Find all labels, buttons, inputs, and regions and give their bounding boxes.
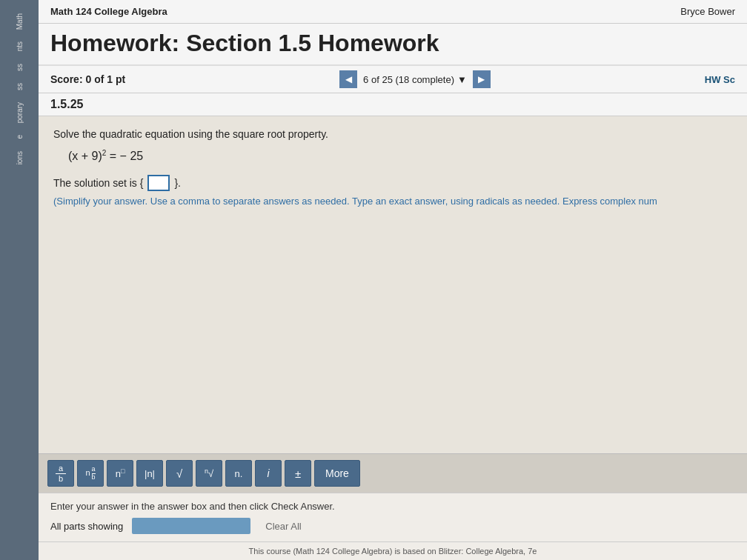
page-title: Homework: Section 1.5 Homework: [50, 30, 735, 57]
plus-minus-icon: ±: [295, 467, 301, 480]
decimal-icon: n.: [235, 468, 243, 479]
nav-text: 6 of 25 (18 complete): [363, 74, 454, 85]
sqrt-icon: √: [176, 467, 182, 480]
abs-value-icon: |n|: [145, 468, 155, 479]
footer-text: This course (Math 124 College Algebra) i…: [249, 547, 537, 556]
sidebar-item-ss2[interactable]: ss: [16, 77, 24, 96]
answer-input-box[interactable]: [147, 175, 170, 191]
page-title-bar: Homework: Section 1.5 Homework: [39, 24, 747, 66]
course-title: Math 124 College Algebra: [50, 6, 167, 17]
footer: This course (Math 124 College Algebra) i…: [39, 541, 747, 560]
decimal-button[interactable]: n.: [225, 460, 252, 487]
fraction-button[interactable]: a b: [47, 460, 74, 487]
solution-line: The solution set is { }.: [53, 175, 732, 191]
mixed-fraction-button[interactable]: n a b: [77, 460, 104, 487]
problem-equation: (x + 9)2 = − 25: [68, 149, 732, 163]
clear-all-button[interactable]: Clear All: [265, 521, 301, 532]
sidebar-item-porary[interactable]: porary: [16, 96, 24, 129]
sidebar-item-e[interactable]: e: [16, 129, 24, 145]
sidebar-item-math[interactable]: Math: [16, 7, 24, 36]
sidebar-item-nts[interactable]: nts: [16, 36, 24, 57]
dropdown-icon[interactable]: ▼: [457, 74, 467, 85]
enter-answer-text: Enter your answer in the answer box and …: [50, 501, 735, 512]
superscript-icon: n□: [116, 467, 125, 479]
math-toolbar: a b n a b n□ |n| √: [39, 453, 747, 493]
sidebar: Math nts ss ss porary e ions: [0, 0, 39, 560]
sqrt-button[interactable]: √: [166, 460, 193, 487]
simplify-note: (Simplify your answer. Use a comma to se…: [53, 196, 732, 207]
sidebar-item-ions[interactable]: ions: [16, 145, 24, 170]
content-area: Solve the quadratic equation using the s…: [39, 116, 747, 453]
problem-instructions: Solve the quadratic equation using the s…: [53, 128, 732, 140]
solution-prefix: The solution set is {: [53, 177, 143, 189]
top-bar: Math 124 College Algebra Bryce Bower: [39, 0, 747, 24]
all-parts-row: All parts showing Clear All: [50, 518, 735, 534]
nav-controls: ◀ 6 of 25 (18 complete) ▼ ▶: [339, 70, 491, 88]
next-question-button[interactable]: ▶: [473, 70, 491, 88]
hw-score-link[interactable]: HW Sc: [705, 74, 735, 85]
imaginary-icon: i: [267, 467, 269, 479]
nth-root-icon: n√: [205, 467, 213, 479]
score-label: Score:: [50, 73, 83, 85]
problem-number: 1.5.25: [50, 98, 83, 110]
more-button[interactable]: More: [314, 460, 360, 487]
user-name: Bryce Bower: [680, 6, 735, 17]
score-display: Score: 0 of 1 pt: [50, 73, 125, 85]
solution-suffix: }.: [174, 177, 181, 189]
problem-number-bar: 1.5.25: [39, 93, 747, 116]
abs-value-button[interactable]: |n|: [136, 460, 163, 487]
score-value: 0 of 1 pt: [85, 73, 125, 85]
fraction-icon: a b: [56, 464, 66, 482]
main-content: Math 124 College Algebra Bryce Bower Hom…: [39, 0, 747, 560]
prev-question-button[interactable]: ◀: [339, 70, 357, 88]
all-parts-label: All parts showing: [50, 521, 123, 532]
nav-label: 6 of 25 (18 complete) ▼: [363, 74, 467, 85]
superscript-button[interactable]: n□: [107, 460, 133, 487]
score-nav-bar: Score: 0 of 1 pt ◀ 6 of 25 (18 complete)…: [39, 66, 747, 93]
plus-minus-button[interactable]: ±: [285, 460, 311, 487]
nth-root-button[interactable]: n√: [196, 460, 222, 487]
imaginary-button[interactable]: i: [255, 460, 282, 487]
mixed-fraction-icon: n a b: [85, 466, 95, 481]
bottom-area: Enter your answer in the answer box and …: [39, 493, 747, 541]
answer-input-bar[interactable]: [132, 518, 250, 534]
sidebar-item-ss1[interactable]: ss: [16, 58, 24, 77]
